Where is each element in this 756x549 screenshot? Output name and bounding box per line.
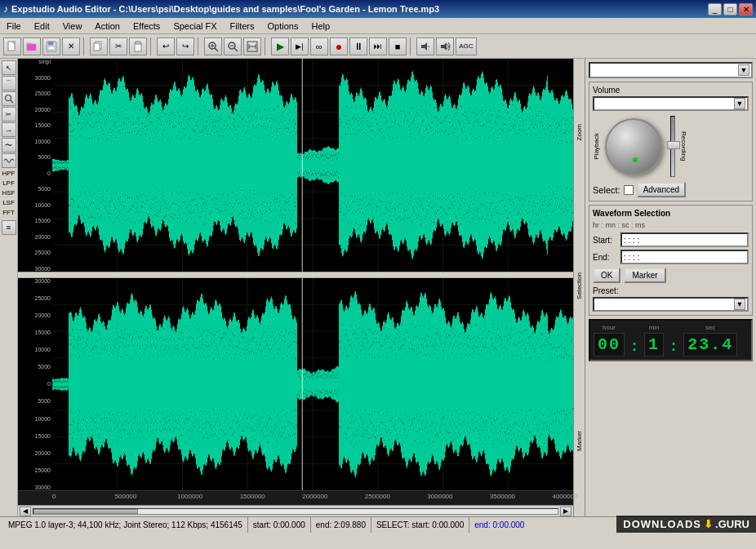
stop-button[interactable]: ■ [389, 38, 407, 55]
vertical-slider-container [670, 116, 675, 177]
volume-knob[interactable] [605, 118, 662, 175]
ws-end-input[interactable]: : : : : [620, 250, 749, 264]
ws-ok-button[interactable]: OK [593, 268, 620, 283]
scroll-left-button[interactable]: ◀ [20, 507, 31, 516]
toolbar: ✕ ✂ ↩ ↪ ▶ ▶| ∞ ● ⏸ ⏭ ■ AGC [0, 34, 756, 59]
menu-view[interactable]: View [56, 20, 89, 33]
vertical-slider-track[interactable] [670, 116, 675, 177]
step-back-button[interactable]: ⏭ [369, 38, 387, 55]
top-dropdown[interactable]: ▼ [589, 62, 753, 78]
menu-file[interactable]: File [0, 20, 28, 33]
top-dropdown-arrow[interactable]: ▼ [738, 64, 749, 76]
svg-rect-4 [48, 42, 53, 45]
side-labels-strip: Zoom Selection Marker [573, 59, 585, 516]
minimize-button[interactable]: _ [708, 3, 722, 15]
close-button[interactable]: ✕ [739, 3, 753, 15]
vol-up-button[interactable] [436, 38, 454, 55]
volume-dropdown[interactable]: ▼ [593, 96, 749, 111]
scroll-right-button[interactable]: ▶ [560, 507, 571, 516]
menu-help[interactable]: Help [305, 20, 336, 33]
menu-filters[interactable]: Filters [224, 20, 261, 33]
lsf-label[interactable]: FFT [2, 208, 15, 217]
svg-marker-21 [421, 42, 427, 51]
select-tool[interactable]: ↖ [2, 60, 16, 75]
wave-tool[interactable]: 〜 [2, 138, 16, 153]
svg-line-15 [234, 48, 238, 51]
sep1 [83, 38, 87, 55]
menu-specialfx[interactable]: Special FX [167, 20, 223, 33]
wave2-tool[interactable] [2, 153, 16, 168]
vol-down-button[interactable] [416, 38, 434, 55]
colon2: : [669, 335, 678, 356]
playback-label: Playback [593, 133, 600, 159]
recording-label: Recording [680, 131, 687, 161]
ws-marker-button[interactable]: Marker [624, 268, 665, 283]
hour-digits: 00 [594, 333, 625, 356]
window-controls: _ □ ✕ [708, 3, 753, 15]
waveform-top-canvas[interactable] [52, 59, 573, 272]
scrollbar-track[interactable] [33, 508, 558, 515]
zoom-out-button[interactable] [224, 38, 242, 55]
lpf-label[interactable]: HSF [2, 188, 16, 197]
menu-effects[interactable]: Effects [127, 20, 167, 33]
agc-button[interactable]: AGC [456, 38, 477, 55]
channel-divider [18, 272, 573, 278]
scrollbar-thumb[interactable] [33, 509, 138, 514]
hsf-label[interactable]: LSF [2, 198, 15, 207]
menu-options[interactable]: Options [261, 20, 305, 33]
menu-edit[interactable]: Edit [28, 20, 56, 33]
align-tool[interactable]: ≡ [2, 220, 16, 235]
volume-dropdown-arrow[interactable]: ▼ [734, 98, 745, 109]
colon1: : [629, 335, 639, 356]
record-button[interactable]: ● [330, 38, 348, 55]
zoom-tool[interactable] [2, 91, 16, 106]
save-button[interactable] [42, 38, 60, 55]
status-start: start: 0:00.000 [248, 517, 311, 533]
loop-button[interactable]: ∞ [310, 38, 328, 55]
ws-start-input[interactable]: : : : : [620, 232, 749, 247]
play-button[interactable]: ▶ [271, 38, 289, 55]
hpf-label[interactable]: LPF [2, 179, 15, 188]
scissors-tool[interactable]: ✂ [2, 107, 16, 122]
preset-dropdown[interactable]: ▼ [593, 297, 749, 312]
left-toolbar: ↖ ⌒ ✂ → 〜 HPF LPF HSF LSF FFT ≡ [0, 59, 18, 516]
waveform-selection-group: Waveform Selection hr : mn : sc : ms Sta… [589, 205, 753, 316]
advanced-button[interactable]: Advanced [637, 182, 686, 197]
svg-line-22 [428, 46, 429, 47]
status-select-end-text: end: 0:00.000 [474, 520, 524, 529]
sep3 [198, 38, 201, 55]
knob-indicator [633, 157, 638, 162]
paste-button[interactable] [129, 38, 147, 55]
cut-button[interactable]: ✂ [109, 38, 127, 55]
close-file-button[interactable]: ✕ [62, 38, 80, 55]
horizontal-scrollbar[interactable]: ◀ ▶ [18, 505, 573, 516]
zoom-in-button[interactable] [204, 38, 222, 55]
menu-action[interactable]: Action [88, 20, 127, 33]
copy-button[interactable] [90, 38, 108, 55]
selection-label: Selection [576, 272, 583, 299]
undo-button[interactable]: ↩ [157, 38, 175, 55]
maximize-button[interactable]: □ [723, 3, 737, 15]
sec-label: sec [705, 324, 715, 331]
app-icon: ♪ [3, 3, 8, 15]
redo-button[interactable]: ↪ [176, 38, 194, 55]
svg-rect-5 [48, 46, 55, 50]
svg-rect-2 [27, 43, 31, 45]
volume-group: Volume ▼ Playback [589, 82, 753, 201]
pause-button[interactable]: ⏸ [349, 38, 367, 55]
preset-dropdown-arrow[interactable]: ▼ [734, 299, 745, 310]
right-panel: ▼ Volume ▼ Playback [585, 59, 756, 516]
select-checkbox[interactable] [624, 185, 634, 195]
play-selection-button[interactable]: ▶| [291, 38, 309, 55]
zoom-fit-button[interactable] [243, 38, 261, 55]
waveform-bottom-canvas[interactable] [52, 278, 573, 491]
arrow-tool[interactable]: → [2, 122, 16, 137]
new-button[interactable] [3, 38, 21, 55]
status-select: SELECT: start: 0:00.000 [371, 517, 469, 533]
vertical-slider-thumb[interactable] [667, 141, 680, 149]
open-button[interactable] [23, 38, 41, 55]
draw-tool[interactable]: ⌒ [2, 76, 16, 91]
sec-digits: 23.4 [683, 333, 737, 356]
bpf-label[interactable]: HPF [2, 169, 16, 178]
top-channel: smpl 30000 25000 20000 15000 10000 5000 … [18, 59, 573, 272]
